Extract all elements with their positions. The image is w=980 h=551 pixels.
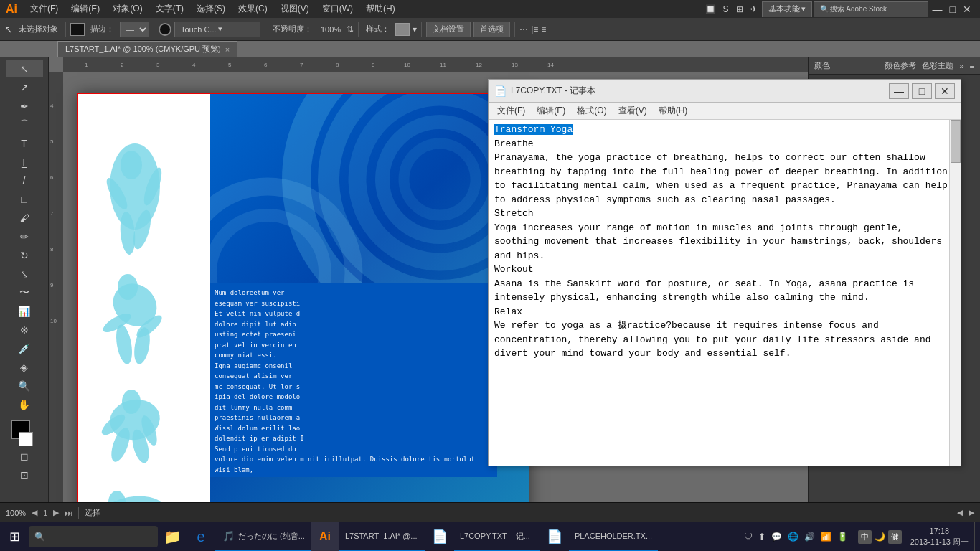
- hand-tool[interactable]: ✋: [6, 396, 43, 413]
- toolbar-divider-5: [421, 22, 422, 37]
- doc-tab-close[interactable]: ×: [225, 45, 230, 54]
- selection-tool[interactable]: ↖: [6, 60, 43, 77]
- graph-tool[interactable]: 📊: [6, 303, 43, 320]
- warp-tool[interactable]: 〜: [6, 284, 43, 301]
- scroll-left-icon[interactable]: ◀: [957, 508, 963, 517]
- document-tab[interactable]: L7START_1.AI* @ 100% (CMYK/GPU 预览) ×: [57, 41, 237, 57]
- style-dropdown-arrow[interactable]: ▾: [413, 24, 417, 34]
- selection-tool-icon[interactable]: ↖: [4, 24, 13, 35]
- msg-icon[interactable]: 💬: [770, 530, 783, 543]
- scrollbar-thumb[interactable]: [951, 120, 961, 163]
- np-menu-file[interactable]: 文件(F): [491, 103, 531, 118]
- toolbar-menu-icon[interactable]: ≡: [541, 24, 546, 34]
- rect-tool[interactable]: □: [6, 191, 43, 208]
- symbol-tool[interactable]: ※: [6, 321, 43, 339]
- taskbar-icon-notepad[interactable]: 📄: [425, 522, 454, 551]
- touch-dropdown[interactable]: Touch C... ▾: [174, 22, 260, 37]
- scroll-right-icon[interactable]: ▶: [969, 508, 974, 517]
- type-tool[interactable]: T: [6, 135, 43, 152]
- taskbar-icon-ie[interactable]: e: [187, 522, 215, 551]
- connection-icon[interactable]: 📶: [819, 530, 833, 543]
- menu-select[interactable]: 选择(S): [191, 1, 231, 17]
- network-icon[interactable]: 🌐: [786, 530, 800, 543]
- menu-text[interactable]: 文字(T): [150, 1, 189, 17]
- taskbar-icon-illustrator[interactable]: Ai: [311, 522, 339, 551]
- line-tool[interactable]: /: [6, 172, 43, 189]
- menu-effect[interactable]: 效果(C): [232, 1, 273, 17]
- taskbar-icon-placeholder[interactable]: 📄: [540, 522, 569, 551]
- preferences-button[interactable]: 首选项: [473, 22, 510, 37]
- np-menu-edit[interactable]: 编辑(E): [531, 103, 571, 118]
- color-circle[interactable]: [159, 23, 171, 36]
- menu-window[interactable]: 窗口(W): [316, 1, 359, 17]
- update-icon[interactable]: ⬆: [757, 530, 767, 543]
- ime-moon-icon[interactable]: 🌙: [873, 530, 887, 543]
- extension-icon-2[interactable]: S: [720, 4, 732, 14]
- ime-health-icon[interactable]: 健: [888, 530, 902, 544]
- scale-tool[interactable]: ⤡: [6, 265, 43, 283]
- zoom-tool[interactable]: 🔍: [6, 377, 43, 395]
- np-menu-help[interactable]: 帮助(H): [653, 103, 694, 118]
- taskbar-icon-file-explorer[interactable]: 📁: [158, 522, 187, 551]
- direct-selection-tool[interactable]: ↗: [6, 79, 43, 96]
- screen-mode-button[interactable]: ⊡: [6, 466, 43, 484]
- toolbar-divider-3: [265, 22, 265, 37]
- system-clock[interactable]: 17:18 2013-11-13 周一: [905, 526, 974, 548]
- stock-search[interactable]: 🔍 搜索 Adobe Stock: [814, 1, 928, 17]
- background-color[interactable]: [19, 432, 33, 446]
- maximize-icon[interactable]: □: [947, 4, 958, 15]
- panel-menu-icon[interactable]: ≡: [970, 62, 974, 70]
- send-icon[interactable]: ✈: [748, 4, 760, 14]
- notepad-close-button[interactable]: ✕: [935, 83, 955, 99]
- antivirus-icon[interactable]: 🛡: [743, 530, 754, 543]
- start-button[interactable]: ⊞: [0, 522, 29, 551]
- grid-icon[interactable]: ⊞: [733, 4, 746, 14]
- volume-icon[interactable]: 🔊: [803, 530, 816, 543]
- toolbar-panels-icon[interactable]: |≡: [531, 24, 538, 34]
- notepad-minimize-button[interactable]: —: [889, 83, 909, 99]
- menu-help[interactable]: 帮助(H): [360, 1, 401, 17]
- notepad-scrollbar[interactable]: [949, 120, 961, 466]
- taskbar: ⊞ 🔍 📁 e 🎵 だったのに (纯音... Ai L7START_1.AI* …: [0, 522, 980, 551]
- menu-edit[interactable]: 编辑(E): [65, 1, 105, 17]
- status-nav-prev[interactable]: ◀: [32, 508, 37, 517]
- taskbar-app-placeholder[interactable]: PLACEHOLDER.TX...: [569, 522, 658, 551]
- rotate-tool[interactable]: ↻: [6, 247, 43, 264]
- pencil-tool[interactable]: ✏: [6, 228, 43, 245]
- minimize-icon[interactable]: —: [930, 4, 946, 15]
- touch-type-tool[interactable]: T̲: [6, 154, 43, 171]
- status-page-num: 1: [43, 509, 47, 517]
- draw-mode-button[interactable]: ◻: [6, 448, 43, 465]
- notepad-content[interactable]: Transform Yoga Breathe Pranayama, the yo…: [489, 120, 961, 466]
- np-menu-view[interactable]: 查看(V): [613, 103, 653, 118]
- stroke-width-select[interactable]: —: [120, 22, 149, 37]
- blend-tool[interactable]: ◈: [6, 359, 43, 376]
- taskbar-app-illustrator[interactable]: L7START_1.AI* @...: [339, 522, 425, 551]
- fill-color-box[interactable]: [70, 23, 85, 36]
- notepad-maximize-button[interactable]: □: [912, 83, 932, 99]
- extension-icon-1[interactable]: 🔲: [702, 4, 719, 14]
- taskbar-app-notepad[interactable]: L7COPY.TXT – 记...: [454, 522, 540, 551]
- pen-tool[interactable]: ✒: [6, 98, 43, 115]
- taskbar-app-music[interactable]: 🎵 だったのに (纯音...: [215, 522, 311, 551]
- battery-icon[interactable]: 🔋: [836, 530, 849, 543]
- np-menu-format[interactable]: 格式(O): [571, 103, 612, 118]
- menu-view[interactable]: 视图(V): [275, 1, 315, 17]
- artboard-textbox: Num doloreetum ver esequam ver suscipist…: [210, 283, 497, 477]
- toolbar-more-icon[interactable]: ⋯: [519, 24, 528, 34]
- ime-zh-icon[interactable]: 中: [858, 530, 872, 544]
- panel-expand-icon[interactable]: »: [959, 62, 963, 70]
- opacity-stepper[interactable]: ⇅: [347, 24, 354, 34]
- taskbar-search[interactable]: 🔍: [29, 526, 158, 547]
- menu-file[interactable]: 文件(F): [24, 1, 64, 17]
- eyedropper-tool[interactable]: 💉: [6, 340, 43, 357]
- workspace-dropdown[interactable]: 基本功能 ▾: [762, 1, 812, 17]
- close-icon[interactable]: ✕: [960, 4, 974, 15]
- curvature-tool[interactable]: ⌒: [6, 116, 43, 133]
- status-nav-last[interactable]: ⏭: [65, 509, 72, 517]
- status-nav-next[interactable]: ▶: [53, 508, 59, 517]
- show-desktop-button[interactable]: [974, 522, 980, 551]
- doc-settings-button[interactable]: 文档设置: [426, 22, 471, 37]
- paint-brush-tool[interactable]: 🖌: [6, 209, 43, 227]
- menu-object[interactable]: 对象(O): [107, 1, 148, 17]
